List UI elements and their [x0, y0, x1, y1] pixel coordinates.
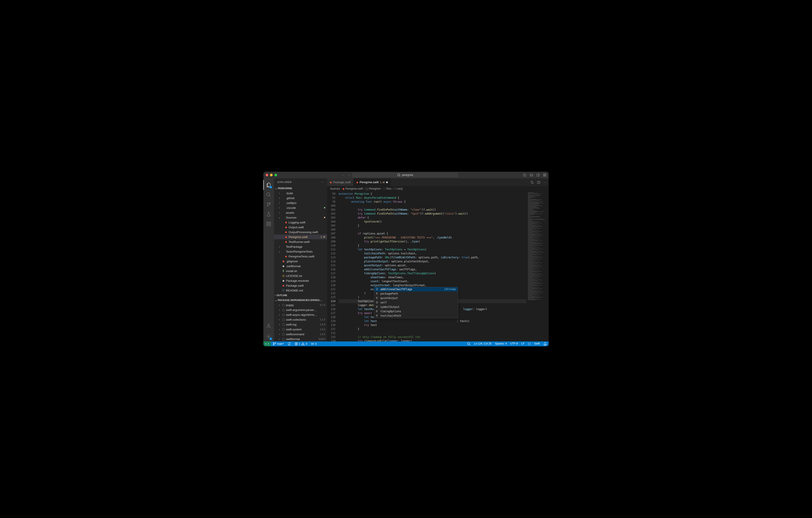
breadcrumb[interactable]: Sources›◆ Peregrine.swift›{ } Peregrine›… — [327, 186, 549, 191]
command-center[interactable]: peregrine — [352, 173, 458, 178]
line-number[interactable]: 108 — [327, 236, 336, 240]
line-number[interactable]: 118 — [327, 275, 336, 279]
suggest-item[interactable]: ⚲packagePath — [374, 292, 458, 296]
branch-button[interactable]: main* — [271, 341, 286, 346]
tree-item[interactable]: ›.build — [274, 191, 327, 195]
line-number[interactable]: 132 — [327, 331, 336, 335]
tree-item[interactable]: ›.swiftpm — [274, 201, 327, 205]
line-number[interactable]: 104 — [327, 220, 336, 224]
editor-tab[interactable]: ◆Package.swift — [327, 178, 354, 186]
radio-button[interactable]: 0 — [309, 341, 318, 346]
activity-debug[interactable] — [263, 200, 274, 209]
more-actions-icon[interactable]: ··· — [544, 181, 546, 184]
tree-item[interactable]: ◆Peregrine.swift1, M — [274, 235, 327, 239]
tree-item[interactable]: ›assets — [274, 210, 327, 215]
line-number[interactable]: 76 — [327, 200, 336, 204]
tree-item[interactable]: ⌄Tests/PeregrineTests — [274, 249, 327, 254]
tree-item[interactable]: ◆Package.resolved — [274, 278, 327, 283]
maximize-window-button[interactable] — [274, 174, 277, 176]
deps-section-header[interactable]: ⌄ PACKAGE DEPENDENCIES (PEREG… — [274, 298, 327, 303]
tree-item[interactable]: ◆OutputProcessing.swift — [274, 230, 327, 235]
code-area[interactable]: extension Peregrine { struct Run: AsyncP… — [339, 191, 526, 341]
cursor-position[interactable]: Ln 124, Col 25 — [472, 342, 493, 345]
tree-item[interactable]: ◆.gitignore — [274, 259, 327, 264]
tree-item[interactable]: ›TestPackage — [274, 244, 327, 249]
line-number[interactable]: 102 — [327, 212, 336, 216]
breadcrumb-item[interactable]: Sources — [330, 187, 340, 190]
line-number[interactable]: 117 — [327, 271, 336, 275]
tree-item[interactable]: ›.vscode — [274, 205, 327, 210]
line-number[interactable]: 120 — [327, 283, 336, 287]
line-number[interactable]: 107 — [327, 232, 336, 236]
line-number[interactable]: 106 — [327, 227, 336, 232]
line-number[interactable]: 116 — [327, 267, 336, 271]
compare-icon[interactable] — [530, 181, 534, 184]
activity-testing[interactable] — [263, 209, 274, 219]
tree-item[interactable]: ◆Package.swift — [274, 283, 327, 288]
line-number[interactable]: 111 — [327, 247, 336, 251]
nav-forward-button[interactable]: → — [347, 174, 350, 177]
layout-sidebar-left-icon[interactable] — [523, 173, 526, 177]
line-number[interactable]: 109 — [327, 240, 336, 244]
nav-back-button[interactable]: ← — [342, 174, 345, 177]
tree-item[interactable]: ◆Output.swift — [274, 225, 327, 230]
line-number[interactable]: 129 — [327, 319, 336, 323]
encoding[interactable]: UTF-8 — [509, 342, 520, 345]
project-section-header[interactable]: ⌄ PEREGRINE — [274, 186, 327, 191]
activity-extensions[interactable] — [263, 219, 274, 229]
breadcrumb-item[interactable]: Run — [386, 187, 392, 190]
line-number[interactable]: 115 — [327, 264, 336, 267]
line-number[interactable]: 100 — [327, 204, 336, 208]
line-number[interactable]: 131 — [327, 327, 336, 331]
split-editor-icon[interactable] — [537, 181, 541, 184]
dep-item[interactable]: ›⬚swiftformat0.54.0 — [274, 337, 327, 341]
line-number[interactable]: 50 — [327, 192, 336, 196]
line-number[interactable]: 101 — [327, 208, 336, 212]
line-number[interactable]: 51 — [327, 196, 336, 200]
line-number[interactable]: 119 — [327, 279, 336, 283]
sync-button[interactable] — [286, 341, 293, 346]
close-window-button[interactable] — [266, 174, 268, 176]
tree-item[interactable]: ⌄Sources — [274, 215, 327, 220]
eol[interactable]: LF — [520, 342, 526, 345]
dep-item[interactable]: ›⬚swift-collections1.1.2 — [274, 317, 327, 322]
line-number[interactable]: 113 — [327, 255, 336, 260]
suggest-item[interactable]: ⚲toolchainPath — [374, 313, 458, 318]
layout-customize-icon[interactable] — [543, 173, 546, 177]
indentation[interactable]: Spaces: 4 — [493, 342, 509, 345]
bracket-pair[interactable]: { } — [526, 342, 532, 345]
dep-item[interactable]: ›⬚swiftcommand1.4.1 — [274, 332, 327, 337]
line-number[interactable]: 122 — [327, 291, 336, 295]
dep-item[interactable]: ›⬚puppy0.7.0 — [274, 303, 327, 307]
editor-tab[interactable]: ◆Peregrine.swift1, M — [354, 178, 390, 186]
line-number[interactable]: 127 — [327, 311, 336, 315]
language-mode[interactable]: Swift — [532, 342, 542, 345]
tree-item[interactable]: ◆.swiftformat — [274, 264, 327, 269]
search-toggle[interactable] — [465, 342, 472, 346]
minimize-window-button[interactable] — [270, 174, 273, 176]
suggest-widget[interactable]: ☰additionalSwiftFlags[String]⚲packagePat… — [374, 287, 458, 318]
line-number[interactable]: 124 — [327, 299, 336, 303]
activity-search[interactable] — [263, 190, 274, 200]
line-number[interactable]: 130 — [327, 323, 336, 327]
remote-button[interactable] — [263, 341, 271, 346]
suggest-item[interactable]: ⚲symbolOutput — [374, 305, 458, 309]
dep-item[interactable]: ›⬚swift-argument-parser… — [274, 307, 327, 312]
activity-account[interactable] — [263, 321, 274, 331]
line-number[interactable]: 112 — [327, 251, 336, 255]
minimap[interactable] — [526, 191, 549, 341]
tree-item[interactable]: $install.sh — [274, 269, 327, 273]
line-number[interactable]: 110 — [327, 244, 336, 247]
line-number[interactable]: 105 — [327, 224, 336, 227]
suggest-item[interactable]: ☰additionalSwiftFlags[String] — [374, 287, 458, 292]
outline-section-header[interactable]: › OUTLINE — [274, 293, 327, 298]
problems-button[interactable]: 1 0 — [293, 341, 309, 346]
line-number[interactable]: 114 — [327, 260, 336, 264]
line-number[interactable]: 133 — [327, 335, 336, 339]
tree-item[interactable]: ◆Logging.swift — [274, 220, 327, 225]
notifications[interactable] — [542, 342, 549, 346]
suggest-item[interactable]: ☰self — [374, 300, 458, 305]
line-number[interactable]: 123 — [327, 295, 336, 299]
tree-item[interactable]: ⚖LICENSE.txt — [274, 273, 327, 278]
dep-item[interactable]: ›⬚swift-async-algorithms… — [274, 312, 327, 317]
